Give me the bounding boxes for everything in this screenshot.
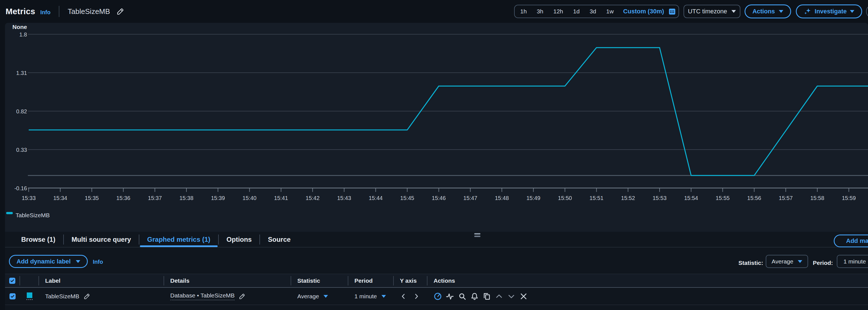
- statistic-select[interactable]: Average: [766, 255, 808, 268]
- time-range-3h[interactable]: 3h: [532, 8, 548, 15]
- row-period-value: 1 minute: [354, 293, 377, 300]
- copy-icon[interactable]: [483, 292, 491, 301]
- x-tick-label: 15:59: [842, 195, 856, 201]
- tab-source[interactable]: Source: [260, 232, 298, 247]
- tab-bar: Browse (1)Multi source queryGraphed metr…: [5, 232, 868, 247]
- row-period-cell[interactable]: 1 minute: [348, 293, 394, 300]
- x-tick-label: 15:53: [653, 195, 666, 201]
- edit-label-icon[interactable]: [83, 293, 91, 300]
- x-tick-label: 15:36: [117, 195, 130, 201]
- row-statistic-cell[interactable]: Average: [291, 293, 348, 300]
- row-color-cell: [20, 292, 39, 300]
- gauge-icon[interactable]: [434, 292, 442, 301]
- period-select[interactable]: 1 minute: [837, 255, 868, 268]
- chevron-down-icon: [381, 295, 386, 298]
- column-header-statistic[interactable]: Statistic: [291, 276, 348, 285]
- edit-graph-title-icon[interactable]: [116, 7, 125, 16]
- pulse-icon[interactable]: [446, 292, 454, 301]
- panel-resize-handle[interactable]: [474, 233, 480, 237]
- tab-graphed-metrics-1[interactable]: Graphed metrics (1): [139, 232, 218, 247]
- clipped-button[interactable]: [866, 4, 868, 19]
- period-label: Period:: [813, 259, 833, 266]
- select-all-checkbox[interactable]: [9, 278, 15, 284]
- legend-swatch[interactable]: [6, 212, 13, 214]
- y-tick-label: 0.33: [16, 147, 27, 153]
- x-tick-label: 15:43: [337, 195, 351, 201]
- column-header-details[interactable]: Details: [164, 276, 291, 285]
- chevron-down-icon: [323, 295, 328, 298]
- chevron-down-icon: [798, 260, 802, 263]
- x-tick-label: 15:34: [53, 195, 67, 201]
- table-header-row: Label Details Statistic Period Y axis Ac…: [5, 274, 868, 288]
- row-label: TableSizeMB: [45, 293, 80, 300]
- x-tick-label: 15:42: [306, 195, 320, 201]
- header-color-cell: [20, 276, 39, 285]
- remove-icon[interactable]: [519, 292, 528, 301]
- period-select-value: 1 minute: [843, 258, 866, 265]
- add-dynamic-label-button[interactable]: Add dynamic label: [9, 255, 88, 268]
- bell-icon[interactable]: [470, 292, 479, 301]
- column-header-period[interactable]: Period: [348, 276, 394, 285]
- add-math-label: Add math: [846, 237, 868, 245]
- x-tick-label: 15:39: [211, 195, 225, 201]
- statistic-label: Statistic:: [738, 259, 763, 266]
- row-details-cell: Database • TableSizeMB: [164, 292, 291, 300]
- color-swatch: [27, 292, 32, 298]
- actions-button-label: Actions: [752, 8, 775, 15]
- add-math-button[interactable]: Add math: [834, 235, 868, 247]
- y-tick-label: -0.16: [14, 185, 27, 191]
- edit-details-icon[interactable]: [239, 293, 246, 300]
- yaxis-right-icon[interactable]: [413, 293, 420, 300]
- tab-multi-source-query[interactable]: Multi source query: [64, 232, 139, 247]
- move-down-icon[interactable]: [507, 292, 516, 301]
- y-axis-unit-label: None: [12, 24, 27, 30]
- time-range-1w[interactable]: 1w: [601, 8, 619, 15]
- x-tick-label: 15:58: [810, 195, 824, 201]
- time-range-12h[interactable]: 12h: [548, 8, 568, 15]
- add-dynamic-label-text: Add dynamic label: [17, 258, 70, 265]
- x-tick-label: 15:49: [526, 195, 540, 201]
- series-color-swatch[interactable]: [27, 292, 33, 300]
- x-tick-label: 15:33: [22, 195, 36, 201]
- column-header-actions[interactable]: Actions: [428, 276, 868, 285]
- x-tick-label: 15:38: [180, 195, 193, 201]
- time-range-1h[interactable]: 1h: [515, 8, 532, 15]
- statistic-select-value: Average: [772, 258, 793, 265]
- x-tick-label: 15:50: [558, 195, 572, 201]
- title-divider: [59, 6, 59, 17]
- row-select-cell: [5, 293, 20, 300]
- yaxis-left-icon[interactable]: [400, 293, 407, 300]
- swatch-dotted-underline: [27, 299, 33, 300]
- row-checkbox[interactable]: [9, 293, 16, 300]
- sparkle-icon: [804, 7, 811, 15]
- search-icon[interactable]: [458, 292, 466, 301]
- timezone-select[interactable]: UTC timezone: [684, 5, 740, 18]
- move-up-icon[interactable]: [495, 292, 503, 301]
- column-header-yaxis[interactable]: Y axis: [394, 276, 428, 285]
- time-range-control: 1h3h12h1d3d1w Custom (30m): [514, 5, 679, 18]
- top-bar: Metrics Info TableSizeMB 1h3h12h1d3d1w C…: [0, 0, 868, 23]
- time-range-3d[interactable]: 3d: [585, 8, 601, 15]
- metric-chart[interactable]: None1.81.310.820.33-0.1615:3315:3415:351…: [5, 23, 868, 232]
- tab-browse-1[interactable]: Browse (1): [13, 232, 63, 247]
- investigate-button[interactable]: Investigate: [796, 4, 862, 19]
- metric-line-TableSizeMB[interactable]: [29, 48, 868, 176]
- metrics-info-link[interactable]: Info: [40, 9, 51, 16]
- tab-options[interactable]: Options: [219, 232, 260, 247]
- row-details[interactable]: Database • TableSizeMB: [170, 292, 235, 300]
- y-tick-label: 1.31: [16, 70, 27, 76]
- x-tick-label: 15:56: [747, 195, 761, 201]
- dynamic-label-info-link[interactable]: Info: [93, 259, 103, 265]
- time-range-1d[interactable]: 1d: [568, 8, 585, 15]
- x-tick-label: 15:40: [242, 195, 256, 201]
- chevron-down-icon: [76, 260, 80, 263]
- x-tick-label: 15:57: [779, 195, 793, 201]
- actions-button[interactable]: Actions: [745, 4, 791, 19]
- legend-label[interactable]: TableSizeMB: [16, 212, 50, 218]
- x-tick-label: 15:48: [495, 195, 509, 201]
- x-tick-label: 15:37: [148, 195, 162, 201]
- time-range-custom[interactable]: Custom (30m): [619, 8, 666, 15]
- calendar-icon[interactable]: [668, 7, 676, 16]
- row-statistic-value: Average: [297, 293, 319, 300]
- column-header-label[interactable]: Label: [39, 276, 164, 285]
